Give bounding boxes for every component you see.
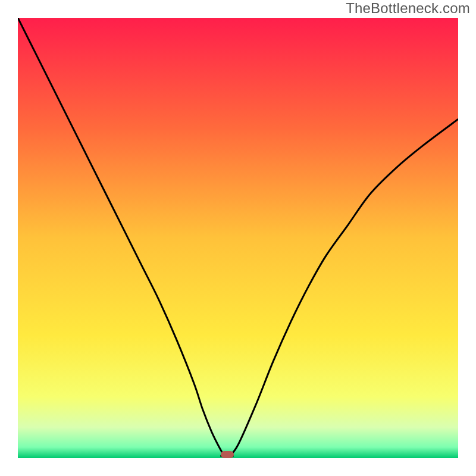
watermark-text: TheBottleneck.com (346, 0, 470, 17)
chart-frame: TheBottleneck.com (0, 0, 476, 476)
optimal-marker (221, 451, 234, 458)
bottleneck-curve (18, 18, 458, 457)
plot-area (18, 18, 458, 458)
curve-layer (18, 18, 458, 458)
